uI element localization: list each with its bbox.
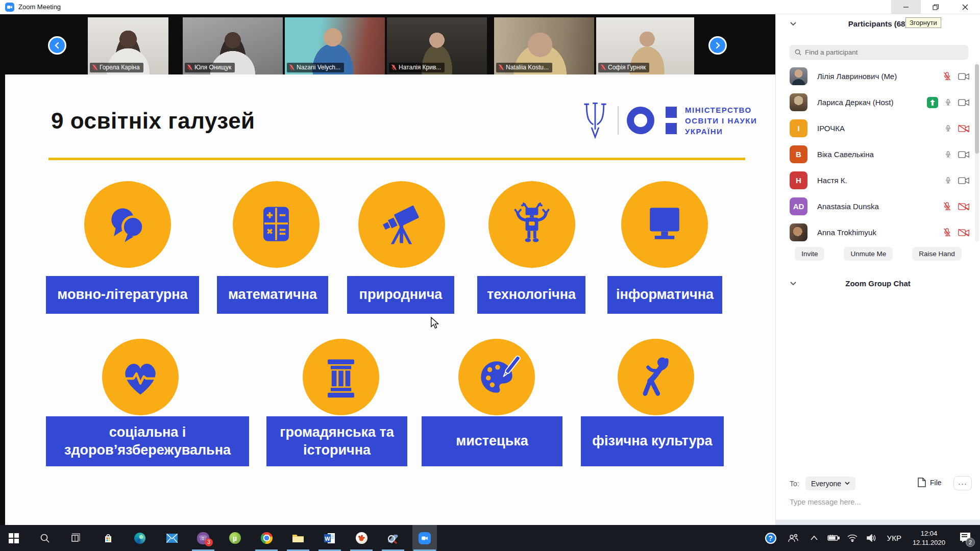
battery-icon[interactable]: [824, 525, 843, 551]
participant-row[interactable]: І ІРОЧКА: [776, 115, 980, 141]
video-thumbnail[interactable]: Nataliia Kostu...: [494, 17, 594, 74]
close-button[interactable]: [950, 0, 980, 14]
file-explorer-button[interactable]: [286, 525, 310, 551]
mic-muted-icon: [600, 64, 606, 71]
galuz-label: математична: [217, 276, 328, 314]
system-tray: ? УКР 12:04 12.11.2020: [760, 525, 980, 551]
task-view-button[interactable]: [63, 525, 87, 551]
video-thumbnail[interactable]: Наталія Крив...: [387, 17, 487, 74]
exercise-person-icon: [631, 353, 680, 402]
invite-button[interactable]: Invite: [795, 247, 824, 261]
galuz-icon-civic: [303, 339, 379, 415]
show-hidden-icons-chevron[interactable]: [804, 525, 824, 551]
participants-scrollbar-thumb[interactable]: [975, 64, 979, 154]
notification-center-button[interactable]: 2: [950, 525, 980, 551]
video-strip: Горела Каріна Юля Онищук Nazarii Velych.…: [0, 14, 775, 74]
wifi-icon[interactable]: [843, 525, 862, 551]
volume-icon[interactable]: [862, 525, 881, 551]
raise-hand-button[interactable]: Raise Hand: [912, 247, 962, 261]
chat-title: Zoom Group Chat: [776, 279, 980, 288]
galuz-icon-art: [458, 339, 535, 415]
video-thumbnail[interactable]: Софія Гурняк: [596, 17, 694, 74]
help-tray-icon[interactable]: ?: [760, 525, 782, 551]
mouse-cursor: [430, 317, 439, 329]
word-button[interactable]: W: [317, 525, 342, 551]
screen: Zoom Meeting Горела Каріна: [0, 0, 980, 551]
zoom-taskbar-button[interactable]: [412, 525, 437, 551]
participant-name: Anastasia Dunska: [817, 202, 879, 211]
utorrent-button[interactable]: µ: [223, 525, 247, 551]
people-tray-icon[interactable]: [782, 525, 804, 551]
chat-file-button[interactable]: File: [918, 478, 942, 487]
video-name-badge: Юля Онищук: [185, 63, 235, 72]
edge-icon: [134, 533, 145, 544]
palette-icon: [472, 353, 521, 402]
camera-icon: [958, 177, 969, 185]
avatar: [790, 67, 807, 85]
participant-row[interactable]: Лариса Деркач (Host): [776, 89, 980, 115]
galuz-icon-health: [102, 339, 179, 415]
participant-name: Настя К.: [817, 176, 847, 185]
video-thumbnail[interactable]: Nazarii Velych...: [285, 17, 385, 74]
file-icon: [918, 478, 926, 487]
participant-row[interactable]: Anna Trokhimyuk: [776, 219, 980, 242]
video-thumbnail[interactable]: Юля Онищук: [183, 17, 283, 74]
chat-more-button[interactable]: ···: [953, 476, 972, 490]
chrome-button[interactable]: [254, 525, 279, 551]
utorrent-icon: µ: [229, 532, 241, 544]
taskbar-search-button[interactable]: [33, 525, 57, 551]
start-button[interactable]: [2, 525, 26, 551]
participant-row[interactable]: Н Настя К.: [776, 167, 980, 193]
microsoft-store-button[interactable]: [96, 525, 120, 551]
speech-bubbles-icon: [103, 200, 152, 249]
participant-row[interactable]: AD Anastasia Dunska: [776, 193, 980, 219]
video-thumbnail[interactable]: Горела Каріна: [88, 17, 168, 74]
meeting-area: Горела Каріна Юля Онищук Nazarii Velych.…: [0, 14, 775, 525]
next-videos-button[interactable]: [708, 36, 727, 55]
clock-date: 12.11.2020: [913, 538, 945, 547]
restore-button[interactable]: [921, 0, 950, 14]
taskbar-clock[interactable]: 12:04 12.11.2020: [908, 525, 950, 551]
galuz-icon-sport: [618, 339, 694, 415]
chat-to-label: To:: [790, 480, 799, 488]
mail-button[interactable]: [160, 525, 184, 551]
chat-message-input[interactable]: Type message here...: [790, 498, 861, 506]
mic-icon: [945, 176, 951, 185]
galuz-icon-speech: [84, 181, 171, 268]
participant-name: Віка Савелькіна: [817, 150, 874, 159]
ministry-ring-icon: [627, 107, 654, 134]
previous-videos-button[interactable]: [48, 36, 66, 55]
unmute-me-button[interactable]: Unmute Me: [844, 247, 893, 261]
screen-share-icon: [927, 97, 938, 108]
title-underline: [48, 158, 745, 160]
ministry-colon-icon: [666, 107, 677, 134]
avatar: [790, 93, 807, 111]
participants-actions: Invite Unmute Me Raise Hand: [776, 247, 980, 261]
chevron-down-icon: [845, 482, 850, 485]
mic-muted-icon: [187, 64, 192, 71]
viber-button[interactable]: ☏ 3: [191, 525, 215, 551]
mic-muted-icon: [943, 202, 951, 211]
dictionary-button[interactable]: [381, 525, 405, 551]
language-indicator[interactable]: УКР: [881, 525, 908, 551]
logo-divider: [618, 106, 619, 135]
galuz-label: природнича: [347, 276, 454, 314]
participant-row[interactable]: В Віка Савелькіна: [776, 141, 980, 167]
camera-icon: [958, 98, 969, 107]
galuz-label: мовно-літературна: [46, 276, 199, 314]
video-name-badge: Горела Каріна: [90, 63, 143, 72]
math-grid-icon: [252, 200, 301, 249]
galuz-label: громадянська та історична: [266, 416, 407, 466]
minimize-button[interactable]: [891, 0, 921, 14]
svg-text:W: W: [325, 535, 330, 541]
avatar: Н: [790, 171, 807, 189]
chat-recipient-dropdown[interactable]: Everyone: [805, 477, 855, 490]
find-participant-input[interactable]: Find a participant: [790, 45, 968, 60]
search-icon: [795, 49, 801, 56]
telescope-icon: [377, 200, 426, 249]
participant-row[interactable]: Лілія Лавринович (Me): [776, 63, 980, 89]
gom-player-button[interactable]: [349, 525, 374, 551]
galuz-icon-math: [233, 181, 320, 268]
mic-muted-icon: [498, 64, 504, 71]
edge-button[interactable]: [128, 525, 152, 551]
